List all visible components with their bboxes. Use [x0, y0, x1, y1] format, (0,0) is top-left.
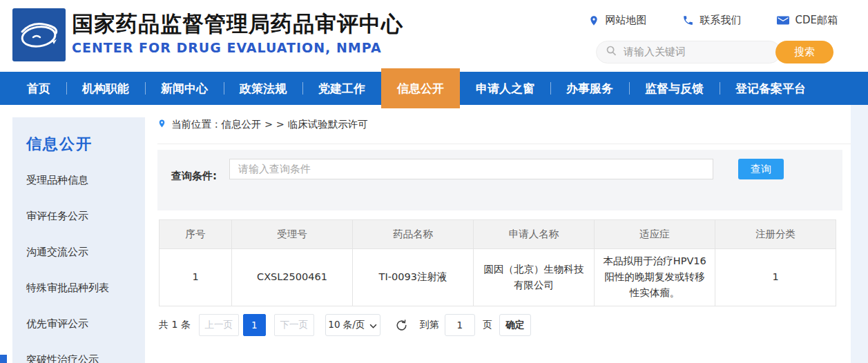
site-title: 国家药品监督管理局药品审评中心 [72, 11, 403, 37]
sidebar-item-breakthrough-therapy[interactable]: 突破性治疗公示 [26, 353, 145, 363]
cde-mail-link-label: CDE邮箱 [795, 14, 838, 27]
chevron-down-icon [369, 320, 377, 331]
current-page-button[interactable]: 1 [243, 314, 266, 336]
nav-item-applicant-window[interactable]: 申请人之窗 [460, 72, 550, 105]
sidebar-item-communication[interactable]: 沟通交流公示 [26, 246, 145, 259]
cell-registration-class: 1 [715, 249, 836, 306]
pagination-bar: 共 1 条 上一页 1 下一页 10 条/页 到第 页 确定 [159, 314, 531, 336]
table-header-row: 序号 受理号 药品名称 申请人名称 适应症 注册分类 [160, 220, 836, 249]
search-button[interactable]: 搜索 [775, 41, 833, 63]
nav-item-supervision-feedback[interactable]: 监督与反馈 [629, 72, 720, 105]
sidebar-item-priority-review[interactable]: 优先审评公示 [26, 317, 145, 331]
mail-icon [777, 15, 789, 26]
column-header-drug-name: 药品名称 [353, 220, 474, 249]
query-button[interactable]: 查询 [738, 159, 784, 179]
cell-applicant: 圆因（北京）生物科技有限公司 [474, 249, 595, 306]
search-icon [606, 45, 617, 59]
sidebar-item-special-approval[interactable]: 特殊审批品种列表 [26, 282, 145, 295]
location-pin-icon [588, 14, 599, 27]
table-row: 1 CXSL2500461 TI-0093注射液 圆因（北京）生物科技有限公司 … [160, 249, 836, 306]
cde-mail-link[interactable]: CDE邮箱 [777, 14, 838, 27]
sitemap-link[interactable]: 网站地图 [588, 14, 646, 27]
nav-item-party-building[interactable]: 党建工作 [302, 72, 381, 105]
breadcrumb-text: 当前位置：信息公开 > > 临床试验默示许可 [171, 118, 368, 131]
search-placeholder: 请输入关键词 [624, 46, 686, 59]
goto-unit-label: 页 [483, 319, 492, 331]
site-header: 国家药品监督管理局药品审评中心 CENTER FOR DRUG EVALUATI… [0, 0, 868, 72]
goto-page-input[interactable] [445, 314, 475, 336]
refresh-icon[interactable] [395, 318, 409, 332]
column-header-index: 序号 [160, 220, 232, 249]
cell-drug-name: TI-0093注射液 [353, 249, 474, 306]
breadcrumb-divider [157, 144, 851, 144]
query-panel: 查询条件: 查询 [157, 150, 842, 210]
goto-label: 到第 [420, 319, 439, 331]
location-pin-icon [157, 118, 166, 131]
cell-indication: 本品拟用于治疗HPV16阳性的晚期复发或转移性实体瘤。 [595, 249, 715, 306]
nav-item-functions[interactable]: 机构职能 [66, 72, 145, 105]
sidebar: 信息公开 受理品种信息 审评任务公示 沟通交流公示 特殊审批品种列表 优先审评公… [12, 117, 145, 363]
breadcrumb: 当前位置：信息公开 > > 临床试验默示许可 [157, 118, 368, 131]
next-page-button[interactable]: 下一页 [274, 314, 314, 336]
floating-widget [0, 355, 7, 363]
query-condition-input[interactable] [229, 159, 713, 179]
main-nav: 首页 机构职能 新闻中心 政策法规 党建工作 信息公开 申请人之窗 办事服务 监… [0, 72, 868, 105]
column-header-registration-class: 注册分类 [715, 220, 836, 249]
sitemap-link-label: 网站地图 [605, 14, 646, 27]
sidebar-item-accepted-products[interactable]: 受理品种信息 [26, 174, 145, 187]
results-table: 序号 受理号 药品名称 申请人名称 适应症 注册分类 1 CXSL2500461… [159, 219, 836, 306]
nav-item-info-disclosure[interactable]: 信息公开 [381, 68, 460, 108]
confirm-button[interactable]: 确定 [499, 314, 531, 336]
cell-index: 1 [160, 249, 232, 306]
cell-acceptance-no: CXSL2500461 [232, 249, 353, 306]
contact-us-link[interactable]: 联系我们 [682, 14, 741, 27]
query-condition-label: 查询条件: [171, 170, 217, 183]
prev-page-button[interactable]: 上一页 [199, 314, 239, 336]
nav-item-services[interactable]: 办事服务 [550, 72, 629, 105]
cde-logo-icon [12, 8, 66, 61]
nav-item-news[interactable]: 新闻中心 [145, 72, 224, 105]
page-size-value: 10 条/页 [328, 319, 365, 331]
contact-us-link-label: 联系我们 [700, 14, 741, 27]
phone-icon [682, 14, 694, 26]
sidebar-title: 信息公开 [26, 134, 145, 155]
nav-item-home[interactable]: 首页 [11, 72, 66, 105]
header-quick-links: 网站地图 联系我们 CDE邮箱 [588, 14, 838, 27]
column-header-applicant: 申请人名称 [474, 220, 595, 249]
site-subtitle: CENTER FOR DRUG EVALUATION, NMPA [72, 40, 403, 55]
page-background-strip [851, 105, 868, 363]
pagination-total: 共 1 条 [159, 319, 191, 331]
nav-item-registration-platform[interactable]: 登记备案平台 [720, 72, 822, 105]
sidebar-item-review-tasks[interactable]: 审评任务公示 [26, 210, 145, 223]
keyword-search-input[interactable]: 请输入关键词 [596, 41, 781, 63]
column-header-indication: 适应症 [595, 220, 715, 249]
page-size-select[interactable]: 10 条/页 [325, 314, 380, 336]
column-header-acceptance-no: 受理号 [232, 220, 353, 249]
nav-item-policies[interactable]: 政策法规 [224, 72, 302, 105]
